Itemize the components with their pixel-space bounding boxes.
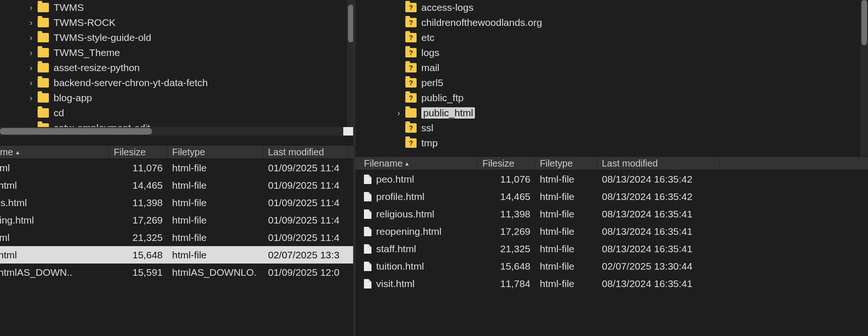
cell-last-modified: 08/13/2024 16:35:42 [597, 191, 719, 202]
chevron-right-icon[interactable]: › [27, 18, 35, 28]
tree-item-label: ssl [421, 122, 434, 134]
remote-file-list[interactable]: peo.html11,076html-file08/13/2024 16:35:… [355, 170, 868, 336]
chevron-right-icon[interactable]: › [27, 3, 35, 13]
cell-last-modified: 01/09/2025 12:0 [263, 267, 348, 278]
tree-item[interactable]: ›backend-server-chron-yt-data-fetch [0, 75, 355, 90]
folder-icon [38, 63, 49, 72]
column-filetype[interactable]: Filetype [535, 158, 597, 169]
cell-filename: eo.html [0, 162, 109, 174]
cell-filetype: html-file [535, 243, 597, 255]
tree-item[interactable]: ›TWMS_Theme [0, 45, 355, 60]
cell-last-modified: 08/13/2024 16:35:42 [597, 174, 719, 185]
cell-last-modified: 08/13/2024 16:35:41 [597, 278, 719, 289]
list-row[interactable]: reopening.html17,269html-file08/13/2024 … [355, 223, 868, 240]
column-last-modified[interactable]: Last modified [597, 158, 719, 169]
list-row[interactable]: peo.html11,076html-file08/13/2024 16:35:… [355, 170, 868, 188]
cell-filetype: html-file [167, 162, 263, 174]
list-row[interactable]: aff.html21,325html-file01/09/2025 11:4 [0, 229, 355, 246]
folder-icon [38, 108, 49, 118]
column-filename[interactable]: me ▴ [0, 147, 109, 158]
chevron-right-icon[interactable]: › [27, 63, 35, 73]
folder-unknown-icon [405, 123, 417, 133]
list-row[interactable]: religious.html11,398html-file08/13/2024 … [355, 205, 868, 223]
tree-item-label: TWMS-ROCK [54, 17, 116, 28]
list-row[interactable]: ition.html15,648html-file02/07/2025 13:3 [0, 246, 355, 264]
list-row[interactable]: ligious.html11,398html-file01/09/2025 11… [0, 194, 355, 211]
column-last-modified[interactable]: Last modified [263, 147, 348, 158]
column-filesize[interactable]: Filesize [109, 147, 167, 158]
chevron-right-icon[interactable]: › [27, 93, 35, 103]
list-row[interactable]: eo.html11,076html-file01/09/2025 11:4 [0, 159, 355, 176]
tree-item[interactable]: ›mail [355, 60, 868, 75]
chevron-right-icon[interactable]: › [27, 48, 35, 58]
list-row[interactable]: ofile.html14,465html-file01/09/2025 11:4 [0, 176, 355, 194]
file-icon [364, 192, 371, 201]
tree-item[interactable]: ›TWMS-style-guide-old [0, 30, 355, 45]
cell-last-modified: 08/13/2024 16:35:41 [597, 243, 719, 255]
tree-item[interactable]: ›logs [355, 45, 868, 60]
cell-filetype: html-file [167, 215, 263, 226]
cell-filename: aff.html [0, 232, 109, 243]
cell-filetype: html-file [535, 208, 597, 220]
cell-last-modified: 01/09/2025 11:4 [263, 232, 348, 243]
tree-item[interactable]: ›childrenofthewoodlands.org [355, 15, 868, 30]
folder-unknown-icon [405, 138, 417, 148]
tree-item[interactable]: ›tmp [355, 136, 868, 151]
list-row[interactable]: profile.html14,465html-file08/13/2024 16… [355, 188, 868, 205]
column-filename[interactable]: Filename ▴ [359, 158, 478, 169]
local-folder-tree[interactable]: ›TWMS›TWMS-ROCK›TWMS-style-guide-old›TWM… [0, 0, 355, 136]
tree-item-label: childrenofthewoodlands.org [421, 17, 542, 28]
cell-filetype: htmlAS_DOWNLO. [167, 267, 263, 278]
tree-item[interactable]: ›blog-app [0, 90, 355, 105]
list-row[interactable]: ition.htmlAS_DOWN..15,591htmlAS_DOWNLO.0… [0, 264, 355, 281]
column-filename-label: me [0, 147, 13, 158]
chevron-right-icon[interactable]: › [27, 78, 35, 88]
sort-asc-icon: ▴ [405, 160, 409, 167]
column-filesize[interactable]: Filesize [478, 158, 535, 169]
sort-asc-icon: ▴ [16, 148, 19, 156]
tree-item[interactable]: ›asset-resize-python [0, 60, 355, 75]
tree-item[interactable]: ›access-logs [355, 0, 868, 15]
hscroll-thumb[interactable] [0, 128, 152, 135]
remote-tree-vscroll[interactable] [860, 0, 868, 156]
chevron-right-icon[interactable]: › [395, 108, 402, 118]
local-tree-hscroll[interactable] [0, 127, 355, 136]
list-row[interactable]: tuition.html15,648html-file02/07/2025 13… [355, 257, 868, 275]
cell-last-modified: 01/09/2025 11:4 [263, 162, 348, 174]
list-row[interactable]: opening.html17,269html-file01/09/2025 11… [0, 211, 355, 229]
pane-divider[interactable] [353, 0, 355, 336]
tree-item[interactable]: ›public_html [355, 105, 868, 120]
remote-list-header: Filename ▴ Filesize Filetype Last modifi… [355, 156, 868, 170]
column-filename-label: Filename [364, 158, 402, 169]
tree-item[interactable]: ›etc [355, 30, 868, 45]
cell-filesize: 15,648 [109, 249, 167, 261]
cell-last-modified: 01/09/2025 11:4 [263, 197, 348, 208]
tree-item[interactable]: ›public_ftp [355, 90, 868, 105]
filename-text: religious.html [376, 208, 434, 220]
vscroll-thumb[interactable] [861, 0, 867, 45]
remote-folder-tree[interactable]: ›access-logs›childrenofthewoodlands.org›… [355, 0, 868, 156]
tree-item[interactable]: ›ssl [355, 120, 868, 136]
list-row[interactable]: staff.html21,325html-file08/13/2024 16:3… [355, 240, 868, 257]
tree-item-label: mail [421, 62, 440, 73]
column-filetype[interactable]: Filetype [167, 147, 263, 158]
cell-filetype: html-file [535, 174, 597, 185]
file-icon [364, 175, 371, 184]
cell-filesize: 14,465 [109, 180, 167, 191]
tree-item-label: TWMS_Theme [54, 47, 120, 58]
local-file-list[interactable]: eo.html11,076html-file01/09/2025 11:4ofi… [0, 159, 355, 336]
tree-item[interactable]: ›TWMS [0, 0, 355, 15]
filename-text: ligious.html [0, 197, 27, 208]
tree-item[interactable]: ›cd [0, 105, 355, 120]
cell-filesize: 21,325 [478, 243, 535, 255]
cell-filesize: 17,269 [109, 215, 167, 226]
chevron-right-icon[interactable]: › [27, 33, 35, 43]
remote-pane: ›access-logs›childrenofthewoodlands.org›… [355, 0, 868, 336]
file-icon [364, 244, 371, 254]
list-row[interactable]: visit.html11,784html-file08/13/2024 16:3… [355, 275, 868, 292]
tree-item[interactable]: ›perl5 [355, 75, 868, 90]
tree-item[interactable]: ›TWMS-ROCK [0, 15, 355, 30]
cell-last-modified: 01/09/2025 11:4 [263, 180, 348, 191]
filename-text: tuition.html [376, 261, 424, 272]
cell-filetype: html-file [167, 232, 263, 243]
